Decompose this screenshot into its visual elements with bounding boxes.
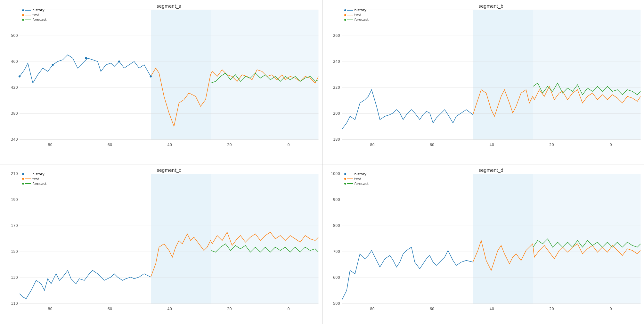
chart-a-area: 340 380 420 460 500 -80 -60 -40 -20 0	[20, 10, 319, 150]
forecast-line-d	[347, 183, 353, 184]
legend-forecast: forecast	[22, 18, 46, 22]
svg-text:340: 340	[11, 137, 18, 142]
svg-text:0: 0	[609, 143, 612, 147]
svg-text:170: 170	[11, 223, 18, 228]
history-line-b	[347, 10, 353, 11]
chart-c-svg: 110 130 150 170 190 210 -80 -60 -40 -20 …	[20, 174, 319, 314]
test-label-d: test	[355, 177, 361, 181]
test-line-d	[347, 179, 353, 179]
chart-segment-c: segment_c history test	[0, 164, 322, 324]
svg-text:500: 500	[333, 301, 340, 305]
forecast-dot	[22, 19, 24, 21]
svg-text:-20: -20	[548, 143, 554, 147]
test-dot-c	[22, 178, 24, 180]
test-region-d	[473, 174, 533, 304]
svg-text:1000: 1000	[330, 171, 340, 176]
chart-segment-b: segment_b history test	[322, 0, 644, 164]
svg-text:200: 200	[333, 111, 340, 116]
test-line-c	[25, 179, 31, 179]
chart-a-title: segment_a	[20, 4, 319, 9]
chart-c-title: segment_c	[20, 168, 319, 173]
chart-d-title: segment_d	[342, 168, 641, 173]
svg-text:-40: -40	[488, 143, 494, 147]
chart-c-legend: history test forecast	[22, 172, 46, 186]
svg-text:110: 110	[11, 301, 18, 305]
legend-test-d: test	[344, 177, 369, 181]
chart-d-area: 500 600 700 800 900 1000 -80 -60 -40 -20…	[342, 174, 641, 314]
svg-text:500: 500	[11, 33, 18, 38]
svg-text:900: 900	[333, 197, 340, 202]
history-label: history	[32, 8, 45, 12]
history-dot-a-3	[118, 61, 120, 62]
main-grid: segment_a history test	[0, 0, 644, 324]
forecast-label-b: forecast	[355, 18, 369, 22]
svg-text:220: 220	[333, 85, 340, 90]
history-dot-a-2	[85, 57, 87, 59]
svg-text:-80: -80	[369, 307, 375, 311]
svg-text:-20: -20	[226, 307, 232, 311]
legend-history-b: history	[344, 8, 369, 12]
svg-text:-60: -60	[106, 307, 112, 311]
forecast-line	[25, 20, 31, 20]
test-dot-d	[344, 178, 346, 180]
test-label-c: test	[32, 177, 39, 181]
history-line-b	[342, 90, 473, 129]
legend-forecast-b: forecast	[344, 18, 369, 22]
svg-text:0: 0	[609, 307, 612, 311]
svg-text:800: 800	[333, 223, 340, 228]
svg-text:180: 180	[333, 137, 340, 142]
legend-forecast-c: forecast	[22, 182, 46, 186]
svg-text:150: 150	[11, 249, 18, 253]
legend-forecast-d: forecast	[344, 182, 369, 186]
chart-b-title: segment_b	[342, 4, 641, 9]
chart-d-legend: history test forecast	[344, 172, 369, 186]
legend-history-d: history	[344, 172, 369, 176]
test-line-b	[347, 15, 353, 15]
svg-text:-20: -20	[226, 143, 232, 147]
svg-text:-40: -40	[166, 143, 172, 147]
legend-test-b: test	[344, 13, 369, 17]
history-label-d: history	[355, 172, 367, 176]
history-line-c	[20, 270, 151, 298]
svg-text:-80: -80	[46, 143, 53, 147]
history-line-a	[20, 55, 151, 83]
svg-text:-60: -60	[106, 143, 112, 147]
chart-a-svg: 340 380 420 460 500 -80 -60 -40 -20 0	[20, 10, 319, 150]
svg-text:0: 0	[288, 143, 290, 147]
svg-text:-60: -60	[428, 143, 434, 147]
svg-text:130: 130	[11, 275, 18, 279]
forecast-line-c	[25, 183, 31, 184]
forecast-region-b	[533, 10, 640, 140]
chart-b-legend: history test forecast	[344, 8, 369, 22]
svg-text:-40: -40	[488, 307, 494, 311]
svg-text:700: 700	[333, 249, 340, 253]
test-region-c	[151, 174, 211, 304]
forecast-dot-d	[344, 183, 346, 185]
history-dot-a-4	[150, 75, 152, 77]
svg-text:240: 240	[333, 59, 340, 64]
svg-text:-80: -80	[46, 307, 53, 311]
history-dot	[22, 9, 24, 11]
svg-text:420: 420	[11, 85, 18, 90]
legend-test: test	[22, 13, 46, 17]
history-line-c	[25, 174, 31, 174]
chart-b-svg: 180 200 220 240 260 -80 -60 -40 -20 0	[342, 10, 641, 150]
svg-text:-20: -20	[548, 307, 554, 311]
forecast-label-d: forecast	[355, 182, 369, 186]
test-region-a	[151, 10, 211, 140]
svg-text:-80: -80	[369, 143, 375, 147]
history-label-b: history	[355, 8, 367, 12]
forecast-label-c: forecast	[32, 182, 46, 186]
svg-text:-60: -60	[428, 307, 434, 311]
history-line	[25, 10, 31, 11]
history-dot-c	[22, 173, 24, 175]
svg-text:0: 0	[288, 307, 290, 311]
test-line	[25, 15, 31, 15]
svg-text:-40: -40	[166, 307, 172, 311]
forecast-dot-b	[344, 19, 346, 21]
chart-b-area: 180 200 220 240 260 -80 -60 -40 -20 0	[342, 10, 641, 150]
forecast-region-d	[533, 174, 640, 304]
test-label: test	[32, 13, 39, 17]
chart-d-svg: 500 600 700 800 900 1000 -80 -60 -40 -20…	[342, 174, 641, 314]
svg-text:380: 380	[11, 111, 18, 116]
